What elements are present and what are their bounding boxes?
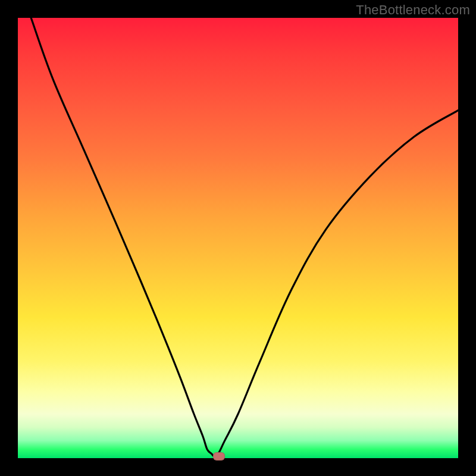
chart-frame: TheBottleneck.com (0, 0, 476, 476)
watermark-text: TheBottleneck.com (356, 2, 470, 18)
plot-area (18, 18, 458, 458)
min-marker (213, 452, 225, 461)
bottleneck-curve (31, 18, 458, 456)
curve-svg (18, 18, 458, 458)
